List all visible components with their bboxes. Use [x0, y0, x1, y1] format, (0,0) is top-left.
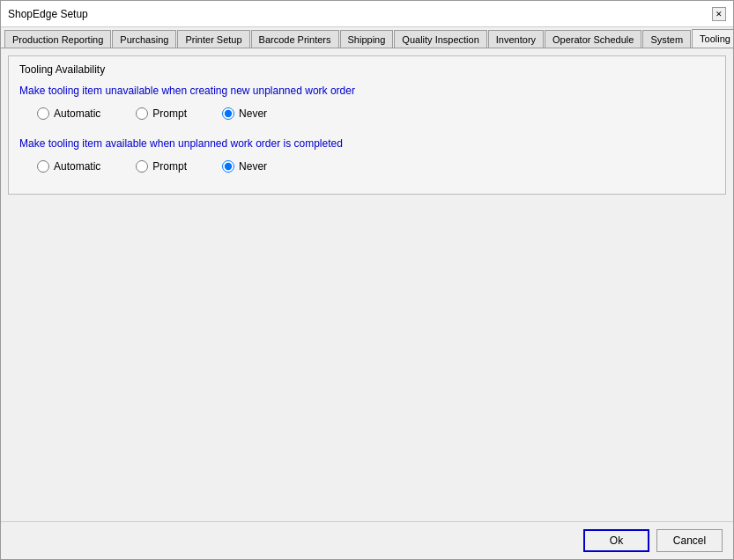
- section1-prompt-label: Prompt: [152, 107, 187, 120]
- section1-automatic-radio[interactable]: [37, 107, 49, 120]
- tab-inventory[interactable]: Inventory: [488, 30, 544, 48]
- cancel-button[interactable]: Cancel: [656, 529, 723, 552]
- section2-automatic-radio[interactable]: [37, 160, 49, 173]
- ok-button[interactable]: Ok: [583, 529, 649, 552]
- main-window: ShopEdge Setup ✕ Production Reporting Pu…: [0, 0, 734, 560]
- window-title: ShopEdge Setup: [8, 8, 88, 20]
- section1-never-option[interactable]: Never: [222, 107, 267, 120]
- section2-prompt-radio[interactable]: [136, 160, 148, 173]
- section1-never-radio[interactable]: [222, 107, 234, 120]
- section2-container: Make tooling item available when unplann…: [19, 137, 715, 173]
- footer: Ok Cancel: [1, 521, 733, 559]
- section1-never-label: Never: [239, 107, 267, 120]
- section2-never-option[interactable]: Never: [222, 160, 267, 173]
- section2-description: Make tooling item available when unplann…: [19, 137, 715, 150]
- section2-automatic-label: Automatic: [54, 160, 100, 173]
- section2-radio-group: Automatic Prompt Never: [37, 160, 715, 173]
- tooling-availability-group: Tooling Availability Make tooling item u…: [8, 55, 726, 195]
- content-area: Tooling Availability Make tooling item u…: [1, 48, 733, 521]
- section1-automatic-label: Automatic: [54, 107, 100, 120]
- section2-prompt-option[interactable]: Prompt: [136, 160, 187, 173]
- title-bar-controls: ✕: [712, 7, 726, 21]
- section2-never-label: Never: [239, 160, 267, 173]
- tab-barcode-printers[interactable]: Barcode Printers: [251, 30, 339, 48]
- section1-prompt-radio[interactable]: [136, 107, 148, 120]
- section2-prompt-label: Prompt: [152, 160, 187, 173]
- section2-automatic-option[interactable]: Automatic: [37, 160, 100, 173]
- tab-production-reporting[interactable]: Production Reporting: [4, 30, 111, 48]
- tab-tooling[interactable]: Tooling: [692, 29, 733, 48]
- title-bar: ShopEdge Setup ✕: [1, 1, 733, 27]
- tab-operator-schedule[interactable]: Operator Schedule: [545, 30, 641, 48]
- group-title: Tooling Availability: [19, 63, 715, 76]
- tab-bar: Production Reporting Purchasing Printer …: [1, 27, 733, 48]
- tab-quality-inspection[interactable]: Quality Inspection: [394, 30, 486, 48]
- section1-automatic-option[interactable]: Automatic: [37, 107, 100, 120]
- section2-never-radio[interactable]: [222, 160, 234, 173]
- section1-prompt-option[interactable]: Prompt: [136, 107, 187, 120]
- close-button[interactable]: ✕: [712, 7, 726, 21]
- section1-radio-group: Automatic Prompt Never: [37, 107, 715, 120]
- tab-printer-setup[interactable]: Printer Setup: [177, 30, 249, 48]
- tab-purchasing[interactable]: Purchasing: [112, 30, 176, 48]
- section1-description: Make tooling item unavailable when creat…: [19, 85, 715, 97]
- tab-shipping[interactable]: Shipping: [340, 30, 394, 48]
- tab-system[interactable]: System: [642, 30, 691, 48]
